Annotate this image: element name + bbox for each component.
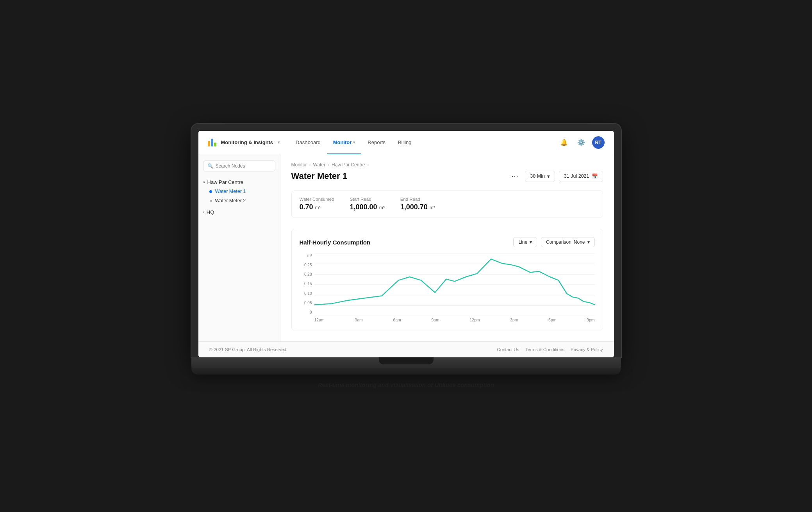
- chart-type-dropdown[interactable]: Line ▾: [513, 237, 537, 247]
- chart-plot-area: 12am 3am 6am 9am 12pm 3pm 6pm 9pm: [314, 253, 595, 322]
- search-icon: 🔍: [207, 163, 213, 169]
- sidebar-leaf-dot-2: [210, 200, 212, 202]
- stat-unit-consumed: m³: [315, 205, 321, 211]
- nav-monitor[interactable]: Monitor ▾: [327, 131, 362, 154]
- search-input[interactable]: [216, 163, 271, 169]
- chart-type-chevron-icon: ▾: [530, 239, 532, 245]
- y-axis: m³ 0.25 0.20 0.15 0.10 0.05 0: [300, 253, 314, 322]
- y-label-0: 0.25: [300, 263, 312, 267]
- stat-value-start: 1,000.00 m³: [350, 203, 385, 211]
- comparison-value-label: None: [574, 239, 585, 245]
- nav-monitor-chevron-icon: ▾: [353, 140, 355, 145]
- interval-dropdown[interactable]: 30 Min ▾: [525, 171, 555, 182]
- sidebar-item-water-meter-1[interactable]: Water Meter 1: [198, 187, 280, 196]
- footer-contact-us[interactable]: Contact Us: [497, 347, 519, 352]
- screen-bezel: Monitoring & Insights ▾ Dashboard Monito…: [191, 124, 621, 357]
- laptop-notch: [379, 357, 434, 364]
- sidebar-leaf-dot-1: [209, 190, 212, 193]
- x-label-9am: 9am: [431, 318, 439, 322]
- app: Monitoring & Insights ▾ Dashboard Monito…: [198, 131, 614, 357]
- stat-value-end: 1,000.70 m³: [400, 203, 435, 211]
- sidebar-expand-icon: ›: [203, 210, 204, 214]
- sidebar-group-haw-par[interactable]: ▾ Haw Par Centre: [198, 178, 280, 187]
- interval-chevron-icon: ▾: [547, 173, 550, 179]
- stat-value-consumed: 0.70 m³: [300, 203, 334, 211]
- comparison-dropdown[interactable]: Comparison None ▾: [541, 237, 594, 247]
- sidebar: 🔍 ▾ Haw Par Centre Water Meter 1: [198, 154, 280, 341]
- stat-unit-end: m³: [430, 205, 435, 211]
- date-label: 31 Jul 2021: [564, 173, 589, 179]
- date-dropdown[interactable]: 31 Jul 2021 📅: [559, 171, 603, 182]
- footer: © 2021 SP Group. All Rights Reserved. Co…: [198, 341, 614, 357]
- sidebar-hq-label: HQ: [207, 209, 214, 215]
- stat-water-consumed: Water Consumed 0.70 m³: [300, 197, 334, 211]
- chart-header: Half-Hourly Consumption Line ▾ Compariso…: [300, 237, 595, 247]
- logo: [208, 139, 216, 146]
- brand-chevron-icon[interactable]: ▾: [278, 140, 280, 145]
- breadcrumb: Monitor › Water › Haw Par Centre ›: [291, 162, 603, 168]
- y-label-5: 0: [300, 310, 312, 314]
- x-label-6am: 6am: [393, 318, 401, 322]
- sidebar-group-label-text: Haw Par Centre: [207, 179, 243, 185]
- main-content: Monitor › Water › Haw Par Centre › Water…: [280, 154, 614, 341]
- calendar-icon: 📅: [592, 173, 598, 179]
- laptop-bottom: [191, 368, 621, 375]
- interval-label: 30 Min: [530, 173, 545, 179]
- x-label-12pm: 12pm: [469, 318, 480, 322]
- stats-row: Water Consumed 0.70 m³ Start Read 1,000.…: [291, 190, 603, 218]
- footer-privacy[interactable]: Privacy & Policy: [571, 347, 603, 352]
- y-label-3: 0.10: [300, 291, 312, 296]
- nav-dashboard[interactable]: Dashboard: [289, 131, 327, 154]
- logo-bar-1: [208, 141, 210, 146]
- footer-links: Contact Us Terms & Conditions Privacy & …: [497, 347, 603, 352]
- breadcrumb-haw-par[interactable]: Haw Par Centre: [332, 162, 365, 168]
- stat-label-consumed: Water Consumed: [300, 197, 334, 202]
- chart-section: Half-Hourly Consumption Line ▾ Compariso…: [291, 229, 603, 330]
- page-title: Water Meter 1: [291, 171, 347, 181]
- stat-end-read: End Read 1,000.70 m³: [400, 197, 435, 211]
- page-header: Water Meter 1 ⋯ 30 Min ▾ 31 Jul 2021 📅: [291, 170, 603, 182]
- footer-terms[interactable]: Terms & Conditions: [525, 347, 564, 352]
- body: 🔍 ▾ Haw Par Centre Water Meter 1: [198, 154, 614, 341]
- comparison-chevron-icon: ▾: [587, 239, 590, 245]
- footer-copyright: © 2021 SP Group. All Rights Reserved.: [209, 347, 288, 352]
- settings-button[interactable]: ⚙️: [575, 136, 587, 149]
- logo-bar-3: [214, 143, 216, 146]
- nav-billing[interactable]: Billing: [392, 131, 418, 154]
- x-label-6pm: 6pm: [548, 318, 556, 322]
- x-label-9pm: 9pm: [587, 318, 594, 322]
- nav-items: Dashboard Monitor ▾ Reports Billing: [289, 131, 554, 154]
- kebab-menu-button[interactable]: ⋯: [509, 170, 521, 182]
- chart-title: Half-Hourly Consumption: [300, 239, 371, 246]
- breadcrumb-water[interactable]: Water: [313, 162, 326, 168]
- y-label-4: 0.05: [300, 301, 312, 305]
- stat-label-start: Start Read: [350, 197, 385, 202]
- y-label-1: 0.20: [300, 272, 312, 277]
- y-label-2: 0.15: [300, 282, 312, 286]
- chart-controls: Line ▾ Comparison None ▾: [513, 237, 594, 247]
- search-box[interactable]: 🔍: [203, 161, 275, 171]
- comparison-text-label: Comparison: [546, 239, 571, 245]
- breadcrumb-sep-3: ›: [367, 162, 369, 168]
- sidebar-group-hq[interactable]: › HQ: [198, 208, 280, 217]
- sidebar-item-water-meter-2[interactable]: Water Meter 2: [198, 196, 280, 205]
- chart-svg: [314, 253, 595, 316]
- breadcrumb-sep-2: ›: [328, 162, 329, 168]
- x-label-3am: 3am: [355, 318, 362, 322]
- x-axis: 12am 3am 6am 9am 12pm 3pm 6pm 9pm: [314, 318, 595, 322]
- stat-unit-start: m³: [379, 205, 385, 211]
- breadcrumb-sep-1: ›: [309, 162, 311, 168]
- laptop-frame: Monitoring & Insights ▾ Dashboard Monito…: [191, 124, 621, 375]
- breadcrumb-monitor[interactable]: Monitor: [291, 162, 307, 168]
- caption: Real-time monitoring and visualisation o…: [318, 382, 494, 388]
- x-label-3pm: 3pm: [510, 318, 518, 322]
- notification-button[interactable]: 🔔: [558, 136, 570, 149]
- x-label-12am: 12am: [314, 318, 325, 322]
- page-controls: ⋯ 30 Min ▾ 31 Jul 2021 📅: [509, 170, 603, 182]
- laptop-base: [191, 357, 621, 368]
- stat-start-read: Start Read 1,000.00 m³: [350, 197, 385, 211]
- nav-reports[interactable]: Reports: [361, 131, 392, 154]
- stat-label-end: End Read: [400, 197, 435, 202]
- logo-bar-2: [211, 139, 213, 146]
- avatar[interactable]: RT: [592, 136, 605, 149]
